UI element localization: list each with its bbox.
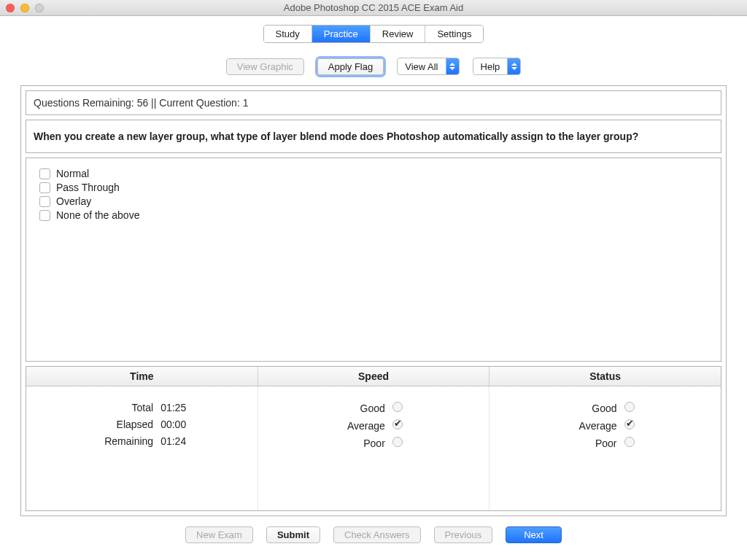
answer-option[interactable]: None of the above xyxy=(39,209,708,221)
tab-settings[interactable]: Settings xyxy=(425,26,483,42)
help-dropdown[interactable]: Help xyxy=(473,58,522,75)
radio-icon[interactable] xyxy=(624,419,635,429)
radio-icon[interactable] xyxy=(392,419,403,429)
questions-remaining-value: 56 xyxy=(137,97,149,109)
secondary-toolbar: View Graphic Apply Flag View All Help xyxy=(0,58,747,75)
tab-practice[interactable]: Practice xyxy=(312,26,371,42)
speed-average-label: Average xyxy=(258,420,385,432)
time-total-value: 01:25 xyxy=(160,402,258,413)
speed-column: Good Average Poor xyxy=(258,386,490,510)
status-average-label: Average xyxy=(489,420,616,432)
col-header-time: Time xyxy=(26,367,258,386)
status-poor-label: Poor xyxy=(489,438,616,449)
next-button[interactable]: Next xyxy=(506,526,562,543)
stats-header: Time Speed Status xyxy=(26,367,721,386)
main-tabs: Study Practice Review Settings xyxy=(0,25,747,43)
col-header-speed: Speed xyxy=(258,367,490,386)
help-label: Help xyxy=(473,61,508,72)
current-question-value: 1 xyxy=(243,97,249,109)
answer-label: Normal xyxy=(56,168,89,179)
time-total-label: Total xyxy=(26,402,153,413)
answers-panel: Normal Pass Through Overlay None of the … xyxy=(26,158,721,362)
dropdown-stepper-icon xyxy=(507,58,520,74)
speed-good-label: Good xyxy=(258,402,385,414)
checkbox-icon[interactable] xyxy=(39,210,50,221)
questions-remaining-label: Questions Remaining: xyxy=(34,97,134,109)
separator: || xyxy=(151,97,156,109)
radio-icon[interactable] xyxy=(624,437,635,447)
status-column: Good Average Poor xyxy=(489,386,721,510)
speed-poor-label: Poor xyxy=(258,438,385,449)
dropdown-stepper-icon xyxy=(446,58,459,74)
time-elapsed-label: Elapsed xyxy=(26,419,153,430)
previous-button[interactable]: Previous xyxy=(434,526,493,543)
time-elapsed-value: 00:00 xyxy=(160,419,258,430)
view-graphic-button[interactable]: View Graphic xyxy=(226,58,304,75)
check-answers-button[interactable]: Check Answers xyxy=(333,526,421,543)
stats-table: Time Speed Status Total01:25 Elapsed00:0… xyxy=(26,366,721,511)
tab-review[interactable]: Review xyxy=(371,26,426,42)
answer-label: Pass Through xyxy=(56,182,120,193)
radio-icon[interactable] xyxy=(624,402,635,412)
stats-body: Total01:25 Elapsed00:00 Remaining01:24 G… xyxy=(26,386,721,510)
answer-label: None of the above xyxy=(56,209,139,221)
checkbox-icon[interactable] xyxy=(39,168,50,179)
question-text: When you create a new layer group, what … xyxy=(34,131,638,142)
close-icon[interactable] xyxy=(6,4,15,12)
view-filter-dropdown[interactable]: View All xyxy=(397,58,459,75)
checkbox-icon[interactable] xyxy=(39,182,50,193)
footer-buttons: New Exam Submit Check Answers Previous N… xyxy=(0,526,747,543)
col-header-status: Status xyxy=(489,367,721,386)
view-filter-label: View All xyxy=(398,61,445,72)
tab-study[interactable]: Study xyxy=(264,26,312,42)
title-bar: Adobe Photoshop CC 2015 ACE Exam Aid xyxy=(0,0,747,16)
answer-option[interactable]: Pass Through xyxy=(39,182,708,193)
new-exam-button[interactable]: New Exam xyxy=(185,526,253,543)
zoom-icon[interactable] xyxy=(35,4,44,12)
radio-icon[interactable] xyxy=(392,437,403,447)
question-panel: When you create a new layer group, what … xyxy=(26,120,721,153)
current-question-label: Current Question: xyxy=(159,97,240,109)
time-column: Total01:25 Elapsed00:00 Remaining01:24 xyxy=(26,386,258,510)
window-controls xyxy=(6,4,44,12)
time-remaining-label: Remaining xyxy=(26,435,153,447)
progress-panel: Questions Remaining: 56 || Current Quest… xyxy=(26,90,721,115)
answer-option[interactable]: Normal xyxy=(39,168,708,179)
status-good-label: Good xyxy=(489,402,616,414)
window-title: Adobe Photoshop CC 2015 ACE Exam Aid xyxy=(284,2,463,13)
main-content: Questions Remaining: 56 || Current Quest… xyxy=(20,85,727,516)
answer-option[interactable]: Overlay xyxy=(39,195,708,207)
minimize-icon[interactable] xyxy=(20,4,29,12)
submit-button[interactable]: Submit xyxy=(266,526,320,543)
checkbox-icon[interactable] xyxy=(39,196,50,207)
apply-flag-button[interactable]: Apply Flag xyxy=(317,58,384,75)
time-remaining-value: 01:24 xyxy=(160,435,258,447)
radio-icon[interactable] xyxy=(392,402,403,412)
answer-label: Overlay xyxy=(56,195,91,207)
